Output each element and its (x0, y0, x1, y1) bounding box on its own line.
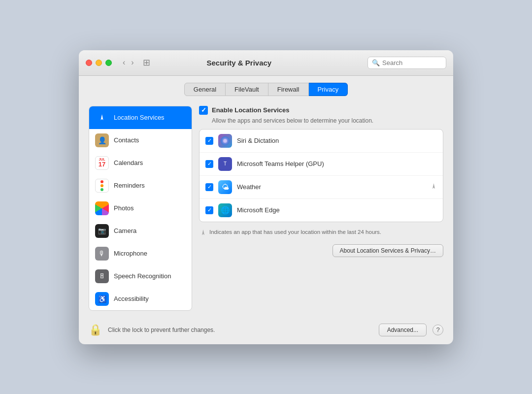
enable-location-desc: Allow the apps and services below to det… (212, 117, 443, 124)
minimize-button[interactable] (96, 60, 102, 66)
edge-label: Microsoft Edge (237, 206, 280, 214)
teams-checkbox[interactable]: ✓ (205, 160, 213, 168)
calendars-icon: JUL 17 (95, 156, 109, 170)
app-row-weather: ✓ 🌤 Weather (200, 176, 443, 199)
about-row: About Location Services & Privacy… (199, 244, 443, 257)
sidebar: Location Services 👤 Contacts JUL 17 Cale… (89, 106, 192, 311)
reminder-dots (100, 180, 103, 191)
sidebar-label-reminders: Reminders (114, 182, 145, 189)
tab-filevault[interactable]: FileVault (226, 83, 268, 96)
weather-icon: 🌤 (218, 180, 232, 194)
maximize-button[interactable] (105, 60, 112, 66)
siri-icon (218, 134, 232, 148)
lock-icon[interactable]: 🔒 (89, 324, 102, 336)
hint-arrow-icon (200, 230, 206, 237)
tab-firewall[interactable]: Firewall (268, 83, 309, 96)
enable-location-section: ✓ Enable Location Services Allow the app… (199, 106, 443, 124)
location-hint: Indicates an app that has used your loca… (199, 227, 443, 239)
sidebar-label-speech: Speech Recognition (114, 272, 171, 280)
sidebar-item-photos[interactable]: Photos (89, 197, 192, 220)
traffic-lights (86, 60, 112, 66)
sidebar-label-microphone: Microphone (114, 250, 147, 257)
titlebar: ‹ › ⊞ Security & Privacy 🔍 (79, 50, 453, 76)
close-button[interactable] (86, 60, 92, 66)
edge-icon: 🌐 (218, 203, 232, 217)
app-row-edge: ✓ 🌐 Microsoft Edge (200, 199, 443, 222)
search-icon: 🔍 (372, 59, 380, 66)
sidebar-item-camera[interactable]: 📷 Camera (89, 220, 192, 242)
accessibility-icon: ♿ (95, 292, 109, 306)
edge-checkbox[interactable]: ✓ (205, 206, 213, 214)
teams-label: Microsoft Teams Helper (GPU) (237, 160, 324, 167)
sidebar-label-photos: Photos (114, 204, 133, 212)
app-list: ✓ Siri & Dictation ✓ T Microsoft Teams H (199, 129, 443, 222)
sidebar-label-accessibility: Accessibility (114, 295, 149, 302)
weather-label: Weather (237, 183, 261, 191)
sidebar-item-accessibility[interactable]: ♿ Accessibility (89, 288, 192, 310)
sidebar-label-location: Location Services (114, 114, 165, 121)
app-row-teams: ✓ T Microsoft Teams Helper (GPU) (200, 153, 443, 176)
preferences-window: ‹ › ⊞ Security & Privacy 🔍 General FileV… (79, 50, 453, 344)
photos-icon (95, 201, 109, 215)
enable-location-checkbox[interactable]: ✓ (199, 106, 208, 115)
tab-general[interactable]: General (184, 83, 226, 96)
lock-text: Click the lock to prevent further change… (108, 327, 373, 333)
sidebar-item-microphone[interactable]: 🎙 Microphone (89, 242, 192, 265)
advanced-button[interactable]: Advanced... (379, 324, 427, 336)
sidebar-item-contacts[interactable]: 👤 Contacts (89, 129, 192, 152)
sidebar-item-speech[interactable]: 🎚 Speech Recognition (89, 265, 192, 288)
footer: 🔒 Click the lock to prevent further chan… (79, 319, 453, 344)
location-icon (95, 111, 109, 125)
help-button[interactable]: ? (432, 325, 443, 335)
search-input[interactable] (382, 59, 442, 66)
camera-icon: 📷 (95, 224, 109, 238)
svg-point-1 (223, 139, 227, 143)
sidebar-item-location[interactable]: Location Services (89, 106, 192, 129)
siri-checkbox[interactable]: ✓ (205, 137, 213, 145)
teams-icon: T (218, 157, 232, 171)
enable-location-label: Enable Location Services (212, 106, 290, 114)
location-used-arrow (431, 183, 437, 191)
sidebar-label-calendars: Calendars (114, 159, 143, 166)
window-title: Security & Privacy (116, 59, 363, 67)
search-box[interactable]: 🔍 (367, 57, 446, 69)
hint-text: Indicates an app that has used your loca… (209, 229, 381, 235)
sidebar-label-contacts: Contacts (114, 136, 139, 144)
siri-label: Siri & Dictation (237, 137, 279, 144)
speech-icon: 🎚 (95, 269, 109, 283)
tab-privacy[interactable]: Privacy (309, 83, 348, 96)
main-content: Location Services 👤 Contacts JUL 17 Cale… (79, 101, 453, 319)
about-location-button[interactable]: About Location Services & Privacy… (332, 244, 443, 257)
tab-bar: General FileVault Firewall Privacy (79, 76, 453, 101)
microphone-icon: 🎙 (95, 247, 109, 261)
cal-day: 17 (99, 161, 105, 168)
app-row-siri: ✓ Siri & Dictation (200, 130, 443, 153)
privacy-panel: ✓ Enable Location Services Allow the app… (199, 106, 443, 311)
weather-checkbox[interactable]: ✓ (205, 183, 213, 191)
reminders-icon (95, 179, 109, 193)
sidebar-item-calendars[interactable]: JUL 17 Calendars (89, 152, 192, 174)
sidebar-label-camera: Camera (114, 227, 136, 234)
contacts-icon: 👤 (95, 133, 109, 147)
sidebar-item-reminders[interactable]: Reminders (89, 174, 192, 197)
